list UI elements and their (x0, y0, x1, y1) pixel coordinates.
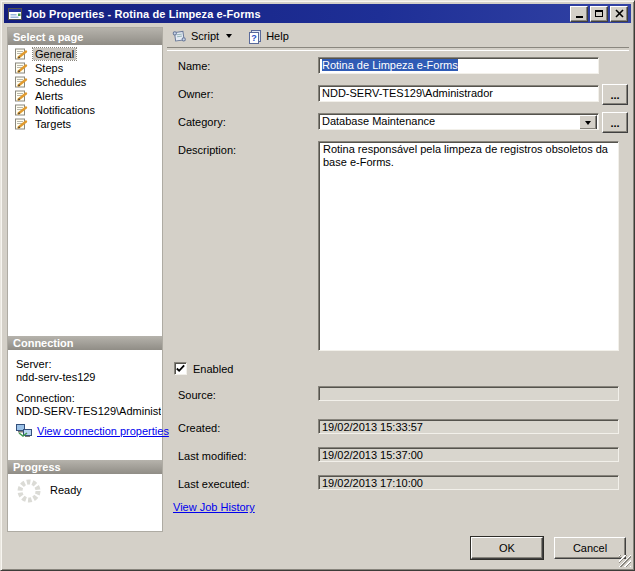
created-field: 19/02/2013 15:33:57 (318, 419, 619, 434)
sidebar-item-general[interactable]: General (8, 47, 162, 61)
description-label: Description: (178, 144, 236, 156)
titlebar: Job Properties - Rotina de Limpeza e-For… (4, 4, 631, 23)
name-input-selected-text: Rotina de Limpeza e-Forms (322, 59, 458, 71)
progress-status: Ready (50, 484, 82, 496)
sidebar-item-label: Steps (33, 62, 65, 74)
close-icon (615, 9, 624, 18)
created-label: Created: (178, 422, 220, 434)
last-executed-field: 19/02/2013 17:10:00 (318, 475, 619, 490)
caption-buttons (570, 6, 629, 22)
script-button[interactable]: Script (169, 28, 235, 44)
server-value: ndd-serv-tes129 (16, 371, 96, 383)
sidebar-item-schedules[interactable]: Schedules (8, 75, 162, 89)
description-textarea[interactable]: Rotina responsável pela limpeza de regis… (318, 141, 619, 351)
chevron-down-icon (585, 121, 591, 125)
view-connection-properties-link[interactable]: View connection properties (37, 425, 169, 437)
job-properties-dialog: Job Properties - Rotina de Limpeza e-For… (0, 0, 635, 571)
svg-text:?: ? (251, 33, 257, 43)
page-icon (15, 118, 28, 130)
job-properties-icon (8, 7, 22, 21)
connection-value: NDD-SERV-TES129\Administrador (16, 405, 161, 417)
checkmark-icon (175, 363, 186, 374)
sidebar-item-label: Targets (33, 118, 73, 130)
category-dropdown-button[interactable] (579, 115, 597, 130)
toolbar-separator (167, 47, 629, 51)
name-input[interactable]: Rotina de Limpeza e-Forms (318, 57, 599, 74)
sidebar-item-label: Alerts (33, 90, 65, 102)
page-icon (15, 62, 28, 74)
sidebar-item-alerts[interactable]: Alerts (8, 89, 162, 103)
enabled-checkbox[interactable] (174, 362, 187, 375)
sidebar-item-targets[interactable]: Targets (8, 117, 162, 131)
page-nav-list: General Steps Schedules Alerts Notificat… (8, 47, 162, 131)
maximize-button[interactable] (590, 6, 608, 22)
connection-properties-icon (16, 424, 32, 437)
view-job-history-link[interactable]: View Job History (173, 501, 255, 513)
maximize-icon (595, 10, 603, 17)
connection-label: Connection: (16, 392, 75, 404)
last-modified-label: Last modified: (178, 450, 246, 462)
sidebar-item-label: General (33, 48, 76, 60)
page-icon (15, 90, 28, 102)
connection-header: Connection (8, 336, 162, 350)
resize-grip[interactable] (619, 555, 631, 567)
progress-header: Progress (8, 460, 162, 474)
category-label: Category: (178, 116, 226, 128)
category-browse-button[interactable]: ... (602, 112, 628, 133)
sidebar-item-steps[interactable]: Steps (8, 61, 162, 75)
category-selected-value: Database Maintenance (322, 115, 435, 127)
minimize-button[interactable] (570, 6, 588, 22)
page-icon (15, 104, 28, 116)
owner-browse-button[interactable]: ... (602, 84, 628, 105)
script-button-label: Script (191, 30, 219, 42)
sidebar-item-notifications[interactable]: Notifications (8, 103, 162, 117)
server-label: Server: (16, 358, 51, 370)
select-a-page-header: Select a page (8, 28, 162, 45)
last-executed-label: Last executed: (178, 478, 250, 490)
script-icon (172, 29, 187, 43)
source-label: Source: (178, 389, 216, 401)
left-panel: Select a page General Steps Schedules Al… (7, 27, 163, 532)
toolbar: Script ? Help (169, 26, 292, 46)
owner-label: Owner: (178, 88, 213, 100)
help-button[interactable]: ? Help (245, 28, 292, 45)
close-button[interactable] (610, 6, 628, 22)
sidebar-item-label: Notifications (33, 104, 97, 116)
cancel-button[interactable]: Cancel (554, 537, 626, 559)
page-icon (15, 76, 28, 88)
help-button-label: Help (266, 30, 289, 42)
last-modified-field: 19/02/2013 15:37:00 (318, 447, 619, 462)
ok-button[interactable]: OK (471, 537, 543, 559)
category-select[interactable]: Database Maintenance (318, 113, 599, 130)
progress-panel: Ready (8, 474, 162, 531)
minimize-icon (576, 16, 583, 18)
name-label: Name: (178, 60, 210, 72)
owner-input[interactable]: NDD-SERV-TES129\Administrador (318, 85, 599, 102)
script-dropdown-arrow-icon (226, 34, 232, 38)
page-icon (15, 48, 28, 60)
window-title: Job Properties - Rotina de Limpeza e-For… (26, 8, 261, 20)
help-icon: ? (248, 29, 262, 44)
progress-spinner-icon (16, 478, 42, 504)
enabled-label: Enabled (193, 363, 233, 375)
sidebar-item-label: Schedules (33, 76, 88, 88)
source-field (318, 386, 619, 401)
